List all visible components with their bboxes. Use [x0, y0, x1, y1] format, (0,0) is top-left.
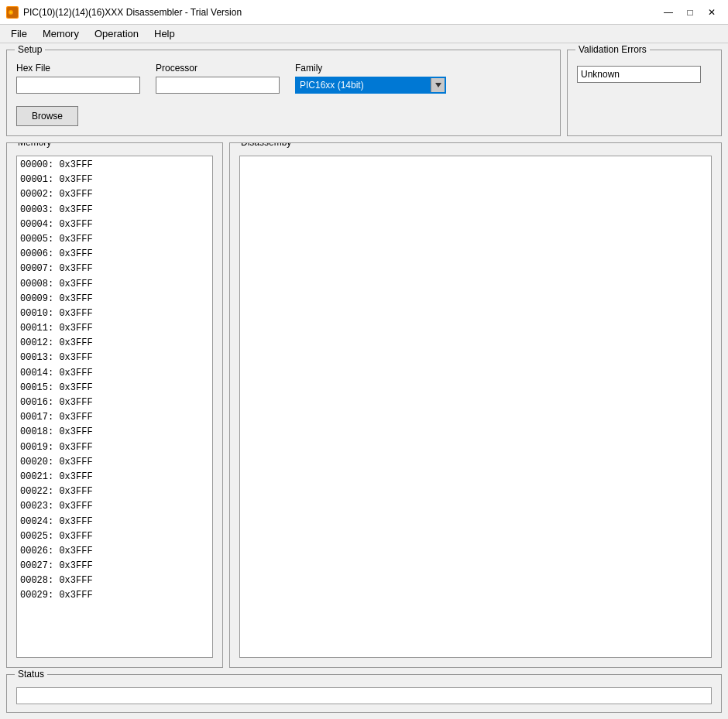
app-icon: [6, 6, 19, 19]
app-title: PIC(10)(12)(14)(16)XXX Disassembler - Tr…: [23, 7, 242, 18]
memory-row: 00027: 0x3FFF: [20, 559, 209, 573]
top-row: Setup Hex File Browse Processor Family P…: [6, 50, 722, 136]
disassembly-area[interactable]: [239, 156, 712, 658]
memory-row: 00017: 0x3FFF: [20, 410, 209, 425]
family-dropdown-arrow[interactable]: [431, 78, 445, 92]
title-bar-controls: — □ ✕: [658, 5, 722, 20]
memory-row: 00012: 0x3FFF: [20, 336, 209, 351]
memory-group: Memory 00000: 0x3FFF00001: 0x3FFF00002: …: [6, 142, 223, 668]
memory-row: 00024: 0x3FFF: [20, 515, 209, 529]
disassembly-content: [239, 156, 712, 658]
title-bar-left: PIC(10)(12)(14)(16)XXX Disassembler - Tr…: [6, 6, 242, 19]
main-content: Setup Hex File Browse Processor Family P…: [0, 43, 728, 719]
setup-group: Setup Hex File Browse Processor Family P…: [6, 50, 561, 136]
chevron-down-icon: [435, 83, 441, 87]
memory-legend: Memory: [15, 142, 54, 148]
setup-fields: Hex File Browse Processor Family PIC16xx…: [16, 63, 551, 126]
memory-row: 00019: 0x3FFF: [20, 440, 209, 455]
processor-group: Processor: [156, 63, 280, 94]
minimize-button[interactable]: —: [658, 5, 678, 20]
status-input: [16, 687, 712, 704]
memory-row: 00008: 0x3FFF: [20, 277, 209, 292]
memory-row: 00007: 0x3FFF: [20, 262, 209, 276]
status-group: Status: [6, 674, 722, 713]
family-select-container[interactable]: PIC16xx (14bit): [295, 77, 446, 94]
memory-row: 00023: 0x3FFF: [20, 499, 209, 514]
memory-row: 00022: 0x3FFF: [20, 484, 209, 499]
memory-row: 00002: 0x3FFF: [20, 187, 209, 202]
memory-list[interactable]: 00000: 0x3FFF00001: 0x3FFF00002: 0x3FFF0…: [16, 156, 213, 658]
memory-row: 00013: 0x3FFF: [20, 351, 209, 365]
memory-row: 00028: 0x3FFF: [20, 573, 209, 588]
memory-row: 00015: 0x3FFF: [20, 381, 209, 395]
validation-errors-group: Validation Errors: [567, 50, 722, 136]
family-label: Family: [295, 63, 446, 74]
validation-errors-input: [577, 66, 701, 83]
memory-row: 00011: 0x3FFF: [20, 321, 209, 336]
memory-row: 00009: 0x3FFF: [20, 292, 209, 306]
processor-label: Processor: [156, 63, 280, 74]
memory-row: 00016: 0x3FFF: [20, 395, 209, 410]
memory-row: 00004: 0x3FFF: [20, 217, 209, 232]
disassembly-legend: Disassemby: [238, 142, 294, 148]
maximize-button[interactable]: □: [680, 5, 700, 20]
hex-file-group: Hex File Browse: [16, 63, 140, 126]
validation-errors-legend: Validation Errors: [575, 44, 650, 55]
memory-row: 00005: 0x3FFF: [20, 232, 209, 247]
menu-help[interactable]: Help: [146, 26, 183, 41]
setup-legend: Setup: [15, 44, 45, 55]
menu-bar: File Memory Operation Help: [0, 25, 728, 43]
menu-file[interactable]: File: [3, 26, 35, 41]
memory-row: 00020: 0x3FFF: [20, 455, 209, 470]
close-button[interactable]: ✕: [702, 5, 722, 20]
memory-row: 00003: 0x3FFF: [20, 203, 209, 217]
title-bar: PIC(10)(12)(14)(16)XXX Disassembler - Tr…: [0, 0, 728, 25]
svg-point-2: [10, 11, 12, 13]
memory-content: 00000: 0x3FFF00001: 0x3FFF00002: 0x3FFF0…: [16, 156, 213, 658]
memory-row: 00026: 0x3FFF: [20, 544, 209, 559]
memory-row: 00029: 0x3FFF: [20, 588, 209, 603]
processor-input[interactable]: [156, 77, 280, 94]
family-select-display: PIC16xx (14bit): [297, 78, 431, 92]
memory-row: 00025: 0x3FFF: [20, 529, 209, 544]
memory-row: 00021: 0x3FFF: [20, 470, 209, 484]
middle-row: Memory 00000: 0x3FFF00001: 0x3FFF00002: …: [6, 142, 722, 668]
memory-row: 00006: 0x3FFF: [20, 247, 209, 262]
memory-row: 00010: 0x3FFF: [20, 306, 209, 321]
menu-operation[interactable]: Operation: [87, 26, 146, 41]
hex-file-input[interactable]: [16, 77, 140, 94]
memory-row: 00001: 0x3FFF: [20, 173, 209, 187]
disassembly-group: Disassemby: [229, 142, 722, 668]
menu-memory[interactable]: Memory: [35, 26, 87, 41]
hex-file-label: Hex File: [16, 63, 140, 74]
memory-row: 00000: 0x3FFF: [20, 158, 209, 173]
family-group: Family PIC16xx (14bit): [295, 63, 446, 94]
memory-row: 00018: 0x3FFF: [20, 425, 209, 440]
browse-button[interactable]: Browse: [16, 106, 78, 126]
status-legend: Status: [15, 669, 47, 680]
memory-row: 00014: 0x3FFF: [20, 366, 209, 381]
